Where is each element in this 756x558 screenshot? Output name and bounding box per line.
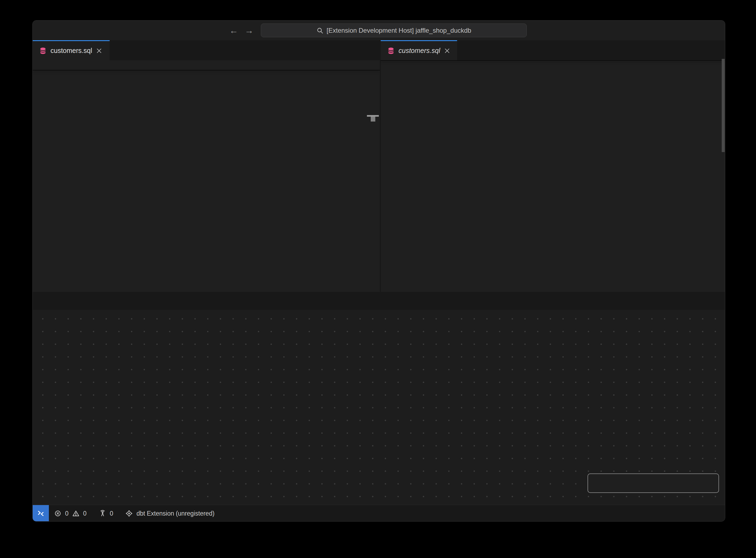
command-center-search[interactable]: [Extension Development Host] jaffle_shop…	[261, 24, 527, 37]
ports-icon[interactable]	[99, 510, 106, 517]
title-bar: ← → [Extension Development Host] jaffle_…	[33, 21, 725, 40]
warning-icon[interactable]	[72, 510, 79, 517]
left-scrollbar-thumb[interactable]	[371, 117, 375, 122]
dbt-icon	[126, 510, 133, 517]
tab-customers-sql-left[interactable]: customers.sql	[33, 40, 110, 60]
lineage-canvas[interactable]	[33, 310, 725, 505]
compiled-editor[interactable]	[381, 60, 725, 292]
dbt-extension-status[interactable]: dbt Extension (unregistered)	[136, 510, 214, 517]
traffic-lights	[36, 27, 67, 34]
tab-label: customers.sql	[398, 47, 440, 55]
database-icon	[39, 47, 47, 55]
back-arrow-button[interactable]: ←	[229, 25, 238, 36]
status-bar: 0 0 0 dbt Extension (unregistered)	[33, 505, 725, 522]
close-icon[interactable]	[96, 48, 102, 54]
close-icon[interactable]	[444, 48, 450, 54]
close-window-button[interactable]	[36, 27, 44, 34]
right-scrollbar-thumb[interactable]	[722, 59, 725, 152]
tab-label: customers.sql	[51, 47, 92, 55]
editor-tab-bar: customers.sql customers.sql	[33, 40, 725, 60]
remote-indicator[interactable]	[33, 505, 49, 522]
source-editor[interactable]	[33, 60, 380, 292]
minimize-window-button[interactable]	[48, 27, 55, 34]
remote-icon	[37, 509, 45, 517]
sticky-scroll	[381, 60, 725, 61]
zoom-window-button[interactable]	[60, 27, 67, 34]
ports-count[interactable]: 0	[110, 510, 113, 517]
database-icon	[387, 47, 395, 55]
error-count[interactable]: 0	[65, 510, 69, 517]
search-text: [Extension Development Host] jaffle_shop…	[327, 27, 471, 34]
error-icon[interactable]	[54, 510, 61, 517]
sticky-scroll	[33, 70, 380, 71]
panel-tab-bar	[33, 292, 725, 310]
warning-count[interactable]: 0	[83, 510, 87, 517]
app-window: ← → [Extension Development Host] jaffle_…	[32, 20, 725, 522]
tab-customers-sql-right[interactable]: customers.sql	[381, 40, 457, 60]
search-icon	[316, 27, 323, 34]
forward-arrow-button[interactable]: →	[244, 25, 254, 36]
lineage-toolbar	[588, 474, 719, 493]
left-editor-actions	[303, 40, 373, 60]
